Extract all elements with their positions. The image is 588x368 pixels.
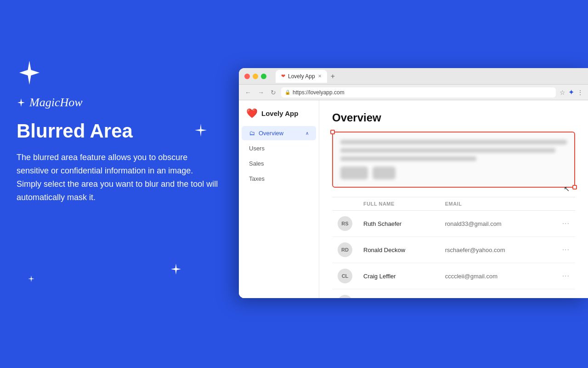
tab-bar: ❤ Lovely App ✕ + bbox=[276, 70, 337, 83]
sidebar-link-sales[interactable]: Sales bbox=[242, 156, 316, 171]
row-more-button[interactable]: ··· bbox=[562, 272, 570, 280]
sidebar-link-overview[interactable]: 🗂 Overview ∧ bbox=[242, 126, 316, 140]
traffic-light-red[interactable] bbox=[244, 74, 250, 79]
active-tab[interactable]: ❤ Lovely App ✕ bbox=[276, 70, 327, 83]
user-name: Ronald Deckow bbox=[363, 247, 405, 253]
avatar: CL bbox=[338, 269, 352, 283]
more-options-icon[interactable]: ⋮ bbox=[577, 89, 583, 96]
magicflow-logo-star bbox=[17, 98, 26, 107]
avatar: CC bbox=[338, 295, 352, 298]
user-actions-cell: ··· bbox=[557, 237, 575, 263]
sidebar-link-users[interactable]: Users bbox=[242, 141, 316, 155]
table-body: RS Ruth Schaefer ronald33@gmail.com ··· bbox=[332, 211, 575, 299]
new-tab-button[interactable]: + bbox=[329, 72, 337, 80]
user-name: Ruth Schaefer bbox=[363, 220, 401, 227]
user-name-cell: Craig Leffler bbox=[358, 263, 440, 289]
sidebar-label-overview: Overview bbox=[259, 130, 283, 137]
user-avatar-cell: RD bbox=[332, 237, 358, 263]
left-panel: MagicHow Blurred Area The blurred area f… bbox=[17, 60, 219, 204]
user-email-cell: hodki2550@gmail.com bbox=[440, 289, 557, 299]
table-row: RD Ronald Deckow rschaefer@yahoo.com ··· bbox=[332, 237, 575, 263]
overview-blurred-box: ↖ bbox=[332, 132, 575, 188]
decorative-star-2 bbox=[28, 275, 35, 284]
logo-heart-icon: ❤️ bbox=[246, 108, 258, 119]
resize-handle-br[interactable] bbox=[572, 185, 577, 190]
sidebar-item-taxes[interactable]: Taxes bbox=[239, 172, 319, 186]
tab-label: Lovely App bbox=[288, 73, 315, 80]
user-email-cell: ronald33@gmail.com bbox=[440, 211, 557, 237]
row-more-button[interactable]: ··· bbox=[562, 219, 570, 227]
tab-close-icon[interactable]: ✕ bbox=[318, 74, 322, 79]
traffic-lights bbox=[244, 74, 266, 79]
sidebar-item-users[interactable]: Users bbox=[239, 141, 319, 155]
cursor-indicator: ↖ bbox=[564, 184, 570, 193]
traffic-light-yellow[interactable] bbox=[253, 74, 258, 79]
user-name-cell: Carl Cassin bbox=[358, 289, 440, 299]
app-logo: ❤️ Lovely App bbox=[239, 108, 319, 126]
user-actions-cell: ··· bbox=[557, 289, 575, 299]
user-name-cell: Ronald Deckow bbox=[358, 237, 440, 263]
table-header: Full Name Email bbox=[332, 197, 575, 211]
user-name-cell: Ruth Schaefer bbox=[358, 211, 440, 237]
magicflow-logo-text: MagicHow bbox=[29, 96, 83, 109]
sidebar-item-overview[interactable]: 🗂 Overview ∧ bbox=[239, 126, 319, 140]
page-title: Overview bbox=[332, 111, 575, 124]
overview-buttons bbox=[340, 167, 567, 179]
blurred-line-2 bbox=[340, 148, 555, 153]
user-name: Craig Leffler bbox=[363, 273, 396, 280]
forward-button[interactable]: → bbox=[256, 89, 266, 96]
user-actions-cell: ··· bbox=[557, 263, 575, 289]
avatar: RD bbox=[338, 242, 352, 257]
lock-icon: 🔒 bbox=[285, 90, 290, 95]
col-header-actions bbox=[557, 197, 575, 211]
large-star-icon bbox=[17, 60, 42, 86]
feature-title: Blurred Area bbox=[17, 121, 219, 142]
user-avatar-cell: CL bbox=[332, 263, 358, 289]
app-content: ❤️ Lovely App 🗂 Overview ∧ bbox=[239, 100, 588, 298]
table-row: CL Craig Leffler ccccleii@gmail.com ··· bbox=[332, 263, 575, 289]
app-name: Lovely App bbox=[261, 109, 298, 117]
sidebar-nav: 🗂 Overview ∧ Users bbox=[239, 126, 319, 186]
tab-heart-icon: ❤ bbox=[281, 73, 285, 79]
sidebar-link-taxes[interactable]: Taxes bbox=[242, 172, 316, 186]
user-avatar-cell: CC bbox=[332, 289, 358, 299]
user-actions-cell: ··· bbox=[557, 211, 575, 237]
table-row: CC Carl Cassin hodki2550@gmail.com ··· bbox=[332, 289, 575, 299]
user-email: ccccleii@gmail.com bbox=[445, 273, 498, 280]
user-email: rschaefer@yahoo.com bbox=[445, 247, 505, 253]
magicflow-logo: MagicHow bbox=[17, 96, 219, 109]
main-content: Overview ↖ Full Name bbox=[319, 100, 588, 298]
feature-description: The blurred area feature allows you to o… bbox=[17, 151, 219, 204]
url-text: https://lovelyapp.com bbox=[293, 89, 345, 96]
resize-handle-tl[interactable] bbox=[330, 130, 335, 134]
user-email-cell: rschaefer@yahoo.com bbox=[440, 237, 557, 263]
decorative-star-1 bbox=[194, 123, 208, 139]
back-button[interactable]: ← bbox=[243, 89, 253, 96]
col-header-email: Email bbox=[440, 197, 557, 211]
blurred-button-2 bbox=[373, 167, 396, 179]
browser-chrome: ❤ Lovely App ✕ + bbox=[239, 68, 588, 85]
blurred-button-1 bbox=[340, 167, 368, 179]
row-more-button[interactable]: ··· bbox=[562, 246, 570, 253]
blurred-line-1 bbox=[340, 140, 567, 144]
decorative-star-3 bbox=[170, 263, 182, 277]
col-header-fullname: Full Name bbox=[358, 197, 440, 211]
chevron-up-icon: ∧ bbox=[305, 131, 309, 136]
browser-toolbar-icons: ☆ ✦ ⋮ bbox=[560, 88, 583, 97]
table-row: RS Ruth Schaefer ronald33@gmail.com ··· bbox=[332, 211, 575, 237]
sidebar-label-users: Users bbox=[249, 145, 265, 152]
avatar: RS bbox=[338, 216, 352, 231]
magicflow-icon[interactable]: ✦ bbox=[568, 88, 574, 97]
star-bookmark-icon[interactable]: ☆ bbox=[560, 89, 565, 96]
browser-window: ❤ Lovely App ✕ + ← → ↻ 🔒 https://lovelya… bbox=[239, 68, 588, 298]
blurred-line-3 bbox=[340, 156, 476, 161]
sidebar: ❤️ Lovely App 🗂 Overview ∧ bbox=[239, 100, 319, 298]
address-bar-row: ← → ↻ 🔒 https://lovelyapp.com ☆ ✦ ⋮ bbox=[239, 85, 588, 100]
user-avatar-cell: RS bbox=[332, 211, 358, 237]
refresh-button[interactable]: ↻ bbox=[269, 89, 277, 96]
sidebar-item-sales[interactable]: Sales bbox=[239, 156, 319, 171]
col-header-avatar bbox=[332, 197, 358, 211]
user-email: ronald33@gmail.com bbox=[445, 220, 502, 227]
traffic-light-green[interactable] bbox=[261, 74, 266, 79]
address-bar[interactable]: 🔒 https://lovelyapp.com bbox=[281, 87, 556, 98]
